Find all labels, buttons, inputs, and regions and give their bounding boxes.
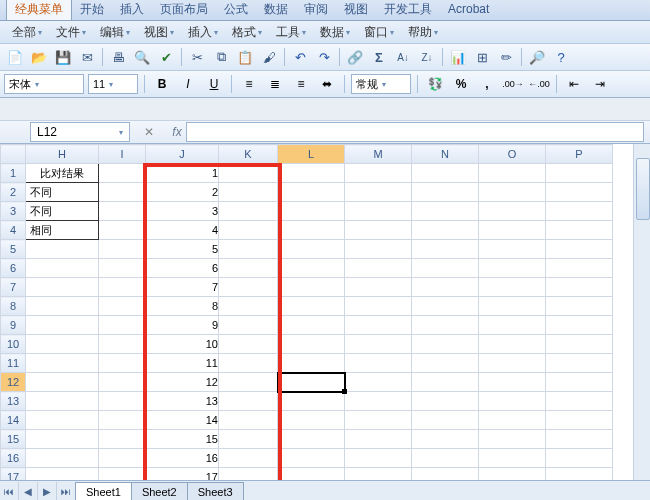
cell-I14[interactable] <box>99 411 146 430</box>
cell-I5[interactable] <box>99 240 146 259</box>
cell-M1[interactable] <box>345 164 412 183</box>
copy-icon[interactable]: ⧉ <box>210 46 232 68</box>
menu-tools[interactable]: 工具▾ <box>270 22 312 43</box>
cell-P15[interactable] <box>546 430 613 449</box>
cell-O11[interactable] <box>479 354 546 373</box>
cell-H6[interactable] <box>26 259 99 278</box>
cell-O9[interactable] <box>479 316 546 335</box>
cell-P2[interactable] <box>546 183 613 202</box>
cell-P12[interactable] <box>546 373 613 392</box>
menu-edit[interactable]: 编辑▾ <box>94 22 136 43</box>
cell-I15[interactable] <box>99 430 146 449</box>
sheet-nav-first-icon[interactable]: ⏮ <box>0 482 19 500</box>
cell-M5[interactable] <box>345 240 412 259</box>
cell-P6[interactable] <box>546 259 613 278</box>
cell-O1[interactable] <box>479 164 546 183</box>
menu-data[interactable]: 数据▾ <box>314 22 356 43</box>
cell-J10[interactable]: 10 <box>146 335 219 354</box>
select-all-corner[interactable] <box>1 145 26 164</box>
col-header-L[interactable]: L <box>278 145 345 164</box>
cell-H11[interactable] <box>26 354 99 373</box>
cell-K11[interactable] <box>219 354 278 373</box>
row-header-1[interactable]: 1 <box>1 164 26 183</box>
col-header-K[interactable]: K <box>219 145 278 164</box>
mail-icon[interactable]: ✉ <box>76 46 98 68</box>
cell-K12[interactable] <box>219 373 278 392</box>
cell-O6[interactable] <box>479 259 546 278</box>
cell-I7[interactable] <box>99 278 146 297</box>
cell-I3[interactable] <box>99 202 146 221</box>
col-header-M[interactable]: M <box>345 145 412 164</box>
spell-icon[interactable]: ✔ <box>155 46 177 68</box>
cell-N4[interactable] <box>412 221 479 240</box>
cell-O13[interactable] <box>479 392 546 411</box>
menu-insert[interactable]: 插入▾ <box>182 22 224 43</box>
vertical-scrollbar[interactable] <box>633 144 650 480</box>
cell-J1[interactable]: 1 <box>146 164 219 183</box>
sheet-tab-sheet2[interactable]: Sheet2 <box>131 482 188 501</box>
cell-N6[interactable] <box>412 259 479 278</box>
cell-H12[interactable] <box>26 373 99 392</box>
cell-I11[interactable] <box>99 354 146 373</box>
cell-N3[interactable] <box>412 202 479 221</box>
cell-J16[interactable]: 16 <box>146 449 219 468</box>
cell-K6[interactable] <box>219 259 278 278</box>
cell-H7[interactable] <box>26 278 99 297</box>
row-header-8[interactable]: 8 <box>1 297 26 316</box>
cell-I16[interactable] <box>99 449 146 468</box>
percent-button[interactable]: % <box>450 73 472 95</box>
cell-P13[interactable] <box>546 392 613 411</box>
cell-H13[interactable] <box>26 392 99 411</box>
col-header-I[interactable]: I <box>99 145 146 164</box>
cell-K17[interactable] <box>219 468 278 481</box>
open-icon[interactable]: 📂 <box>28 46 50 68</box>
cell-L2[interactable] <box>278 183 345 202</box>
undo-icon[interactable]: ↶ <box>289 46 311 68</box>
cell-P1[interactable] <box>546 164 613 183</box>
sheet-nav-next-icon[interactable]: ▶ <box>38 482 57 500</box>
cell-J11[interactable]: 11 <box>146 354 219 373</box>
align-center-button[interactable]: ≣ <box>264 73 286 95</box>
cell-L14[interactable] <box>278 411 345 430</box>
ribbon-tab-5[interactable]: 数据 <box>256 0 296 20</box>
cell-P16[interactable] <box>546 449 613 468</box>
cell-M9[interactable] <box>345 316 412 335</box>
cell-M14[interactable] <box>345 411 412 430</box>
cell-M8[interactable] <box>345 297 412 316</box>
format-painter-icon[interactable]: 🖌 <box>258 46 280 68</box>
cell-I8[interactable] <box>99 297 146 316</box>
cell-O12[interactable] <box>479 373 546 392</box>
dec-indent-button[interactable]: ⇤ <box>563 73 585 95</box>
cell-O8[interactable] <box>479 297 546 316</box>
row-header-11[interactable]: 11 <box>1 354 26 373</box>
cell-H2[interactable]: 不同 <box>26 183 99 202</box>
cell-N13[interactable] <box>412 392 479 411</box>
cell-I13[interactable] <box>99 392 146 411</box>
cell-L15[interactable] <box>278 430 345 449</box>
cell-O17[interactable] <box>479 468 546 481</box>
col-header-J[interactable]: J <box>146 145 219 164</box>
cell-J5[interactable]: 5 <box>146 240 219 259</box>
cell-H16[interactable] <box>26 449 99 468</box>
ribbon-tab-7[interactable]: 视图 <box>336 0 376 20</box>
cell-M6[interactable] <box>345 259 412 278</box>
currency-button[interactable]: 💱 <box>424 73 446 95</box>
cell-P11[interactable] <box>546 354 613 373</box>
align-right-button[interactable]: ≡ <box>290 73 312 95</box>
cell-M7[interactable] <box>345 278 412 297</box>
cell-H4[interactable]: 相同 <box>26 221 99 240</box>
cell-I6[interactable] <box>99 259 146 278</box>
pivot-icon[interactable]: ⊞ <box>471 46 493 68</box>
cell-P5[interactable] <box>546 240 613 259</box>
cell-K10[interactable] <box>219 335 278 354</box>
cell-J14[interactable]: 14 <box>146 411 219 430</box>
row-header-13[interactable]: 13 <box>1 392 26 411</box>
sheet-tab-sheet1[interactable]: Sheet1 <box>75 482 132 501</box>
comma-button[interactable]: , <box>476 73 498 95</box>
cell-L16[interactable] <box>278 449 345 468</box>
inc-decimal-button[interactable]: .00→ <box>502 73 524 95</box>
ribbon-tab-2[interactable]: 插入 <box>112 0 152 20</box>
inc-indent-button[interactable]: ⇥ <box>589 73 611 95</box>
chart-icon[interactable]: 📊 <box>447 46 469 68</box>
row-header-4[interactable]: 4 <box>1 221 26 240</box>
